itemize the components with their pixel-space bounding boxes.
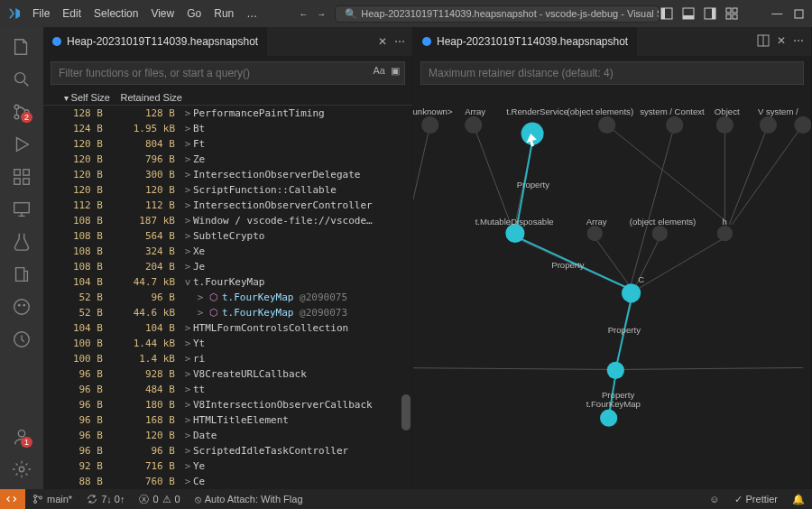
svg-text:Object: Object xyxy=(715,106,740,116)
heapsnapshot-file-icon xyxy=(52,37,61,46)
references-icon[interactable] xyxy=(9,262,34,287)
retainer-graph[interactable]: unknown> Array t.RenderService (object e… xyxy=(413,90,811,489)
menu-go[interactable]: Go xyxy=(181,5,207,23)
search-activity-icon[interactable] xyxy=(9,67,34,92)
run-debug-icon[interactable] xyxy=(9,132,34,157)
table-row[interactable]: 96 B180 B>V8IntersectionObserverCallback xyxy=(43,397,412,412)
table-row[interactable]: 100 B1.44 kB>Yt xyxy=(43,336,412,351)
svg-point-53 xyxy=(716,116,734,134)
sort-icon: ▾ xyxy=(64,93,69,103)
prettier-item[interactable]: ✓ Prettier xyxy=(727,494,785,505)
bell-icon[interactable]: 🔔 xyxy=(785,494,812,505)
svg-point-59 xyxy=(652,226,668,241)
remote-explorer-icon[interactable] xyxy=(9,197,34,222)
svg-text:V   system /: V system / xyxy=(758,106,798,116)
layout-left-icon[interactable] xyxy=(660,6,674,21)
timeline-icon[interactable] xyxy=(9,327,34,352)
debug-status[interactable]: ⦸ Auto Attach: With Flag xyxy=(188,494,310,505)
table-row[interactable]: 120 B796 B>Ze xyxy=(43,152,412,167)
table-row[interactable]: 128 B128 B>PerformancePaintTiming xyxy=(43,106,412,121)
table-row[interactable]: 108 B564 B>SubtleCrypto xyxy=(43,228,412,244)
settings-gear-icon[interactable] xyxy=(9,457,34,482)
distance-input[interactable] xyxy=(420,61,804,85)
menu-run[interactable]: Run xyxy=(208,5,239,23)
filter-input[interactable] xyxy=(51,61,405,85)
table-row[interactable]: 96 B484 B>tt xyxy=(43,382,412,397)
app-icon xyxy=(7,6,22,21)
table-row[interactable]: 120 B804 B>Ft xyxy=(43,136,412,152)
table-row[interactable]: 100 B1.4 kB>ri xyxy=(43,351,412,366)
table-row[interactable]: 108 B324 B>Xe xyxy=(43,244,412,259)
svg-line-32 xyxy=(630,125,675,290)
table-row[interactable]: 52 B96 B>⬡t.FourKeyMap @2090075 xyxy=(43,290,412,305)
svg-point-25 xyxy=(19,467,24,472)
menu-overflow[interactable]: … xyxy=(241,5,263,23)
table-row[interactable]: 108 B204 B>Je xyxy=(43,259,412,274)
header-retained-size[interactable]: Retained Size xyxy=(115,92,189,103)
testing-icon[interactable] xyxy=(9,229,34,255)
feedback-icon[interactable]: ☺ xyxy=(702,494,726,505)
tab-more-icon[interactable]: ⋯ xyxy=(394,35,405,48)
menu-view[interactable]: View xyxy=(145,5,180,23)
title-bar: File Edit Selection View Go Run … ← → 🔍 … xyxy=(0,0,812,27)
title-crumb[interactable]: 🔍 Heap-20231019T114039.heapsnapshot - vs… xyxy=(335,5,660,23)
accounts-icon[interactable]: 1 xyxy=(9,424,34,449)
table-row[interactable]: 104 B44.7 kBvt.FourKeyMap xyxy=(43,274,412,290)
right-tab[interactable]: Heap-20231019T114039.heapsnapshot xyxy=(413,27,637,56)
menu-edit[interactable]: Edit xyxy=(57,5,87,23)
table-row[interactable]: 120 B300 B>IntersectionObserverDelegate xyxy=(43,167,412,182)
table-row[interactable]: 108 B187 kB>Window / vscode-file://vscod… xyxy=(43,213,412,228)
tab-close-icon[interactable]: ✕ xyxy=(378,35,387,48)
svg-point-21 xyxy=(18,304,21,307)
minimize-icon[interactable]: — xyxy=(770,6,784,21)
table-row[interactable]: 104 B104 B>HTMLFormControlsCollection xyxy=(43,320,412,336)
table-row[interactable]: 112 B112 B>IntersectionObserverControlle… xyxy=(43,198,412,213)
svg-point-81 xyxy=(34,495,37,498)
svg-point-12 xyxy=(14,105,19,109)
svg-point-49 xyxy=(465,116,482,134)
table-row[interactable]: 96 B928 B>V8CreateURLCallback xyxy=(43,366,412,382)
svg-text:t.MutableDisposable: t.MutableDisposable xyxy=(475,217,554,227)
sync-item[interactable]: 7↓ 0↑ xyxy=(79,494,132,504)
maximize-icon[interactable] xyxy=(791,6,806,21)
nav-forward-icon[interactable]: → xyxy=(317,9,326,19)
table-row[interactable]: 96 B168 B>HTMLTitleElement xyxy=(43,412,412,428)
table-row[interactable]: 92 B716 B>Ye xyxy=(43,458,412,474)
layout-grid-icon[interactable] xyxy=(724,6,739,21)
menu-selection[interactable]: Selection xyxy=(88,5,143,23)
table-row[interactable]: 120 B120 B>ScriptFunction::Callable xyxy=(43,182,412,198)
regex-icon[interactable]: ▣ xyxy=(391,65,400,77)
table-row[interactable]: 96 B120 B>Date xyxy=(43,428,412,443)
split-editor-icon[interactable] xyxy=(757,34,770,50)
tab-more-icon[interactable]: ⋯ xyxy=(793,34,804,50)
layout-bottom-icon[interactable] xyxy=(681,6,696,21)
explorer-icon[interactable] xyxy=(9,34,34,60)
nav-back-icon[interactable]: ← xyxy=(299,9,308,19)
remote-indicator[interactable] xyxy=(0,489,25,509)
svg-text:system / Context: system / Context xyxy=(640,106,705,116)
problems-item[interactable]: ⓧ0 ⚠0 xyxy=(132,493,187,506)
svg-point-63 xyxy=(600,410,617,427)
svg-point-51 xyxy=(598,116,615,134)
tab-close-icon[interactable]: ✕ xyxy=(777,34,786,50)
layout-right-icon[interactable] xyxy=(703,6,717,21)
table-row[interactable]: 52 B44.6 kB>⬡t.FourKeyMap @2090073 xyxy=(43,305,412,320)
object-instance-icon: ⬡ xyxy=(209,292,218,303)
left-tab[interactable]: Heap-20231019T114039.heapsnapshot xyxy=(43,27,267,56)
status-bar: main* 7↓ 0↑ ⓧ0 ⚠0 ⦸ Auto Attach: With Fl… xyxy=(0,489,812,509)
github-icon[interactable] xyxy=(9,294,34,319)
table-row[interactable]: 88 B760 B>Ce xyxy=(43,474,412,489)
svg-point-22 xyxy=(23,304,25,307)
menu-file[interactable]: File xyxy=(27,5,55,23)
svg-text:Array: Array xyxy=(465,106,485,116)
scrollbar-thumb[interactable] xyxy=(401,394,411,430)
extensions-icon[interactable] xyxy=(9,164,34,190)
activity-bar: 2 1 xyxy=(0,27,43,489)
header-self-size[interactable]: ▾Self Size xyxy=(51,92,115,103)
match-case-icon[interactable]: Aa xyxy=(374,65,385,77)
branch-item[interactable]: main* xyxy=(25,494,79,504)
scm-icon[interactable]: 2 xyxy=(9,99,34,125)
table-row[interactable]: 96 B96 B>ScriptedIdleTaskController xyxy=(43,443,412,458)
table-row[interactable]: 124 B1.95 kB>Bt xyxy=(43,121,412,136)
table-rows[interactable]: 128 B128 B>PerformancePaintTiming124 B1.… xyxy=(43,106,412,489)
